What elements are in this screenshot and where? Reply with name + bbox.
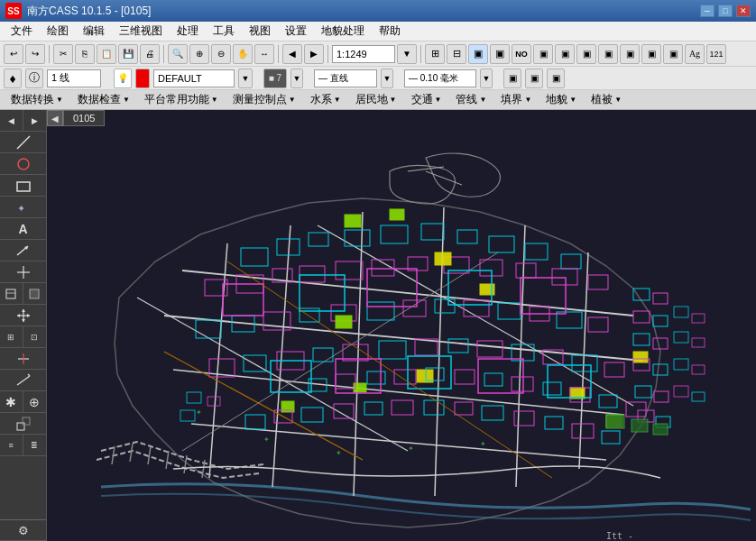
menu-process[interactable]: 处理: [170, 22, 206, 41]
cmd-survey-ctrl[interactable]: 测量控制点 ▼: [226, 90, 303, 109]
arrow-icon: [15, 243, 32, 259]
prev-view-button[interactable]: ◀: [282, 44, 302, 64]
extra-icon2[interactable]: ▣: [525, 69, 543, 88]
scale-dropdown-btn[interactable]: ▼: [397, 44, 417, 64]
tb-icon7[interactable]: ▣: [663, 44, 683, 64]
save-button[interactable]: 💾: [118, 44, 138, 64]
lt-layer-btn[interactable]: ≡: [0, 435, 23, 456]
tb-icon5[interactable]: ▣: [620, 44, 640, 64]
cmd-common-func[interactable]: 平台常用功能 ▼: [137, 90, 226, 109]
menu-3dview[interactable]: 三维视图: [112, 22, 170, 41]
snap-button[interactable]: ⊟: [447, 44, 466, 64]
copy-button[interactable]: ⎘: [75, 44, 95, 64]
color-swatch-arrow[interactable]: ▼: [290, 69, 303, 88]
svg-rect-82: [336, 316, 352, 328]
zoom-in-button[interactable]: ⊕: [189, 44, 209, 64]
lt-settings-btn[interactable]: ⚙: [0, 519, 46, 541]
lt-cross-tool[interactable]: [0, 261, 46, 283]
zoom-out-button[interactable]: ⊖: [211, 44, 231, 64]
menu-draw[interactable]: 绘图: [40, 22, 76, 41]
color-btn[interactable]: 💡: [114, 69, 132, 88]
lineweight-dropdown[interactable]: — 0.10 毫米: [404, 69, 476, 87]
print-button[interactable]: 🖨: [140, 44, 160, 64]
tb-icon8[interactable]: Ag: [685, 44, 705, 64]
tb-icon6[interactable]: ▣: [641, 44, 661, 64]
cmd-residential[interactable]: 居民地 ▼: [348, 90, 404, 109]
menu-file[interactable]: 文件: [4, 22, 40, 41]
tb-icon9[interactable]: 121: [706, 44, 726, 64]
svg-rect-79: [390, 209, 404, 220]
grid-button[interactable]: ⊞: [425, 44, 445, 64]
cmd-vegetation[interactable]: 植被 ▼: [584, 90, 629, 109]
linetype-arrow[interactable]: ▼: [381, 69, 393, 88]
layer-name-dropdown[interactable]: 1 线: [47, 69, 101, 87]
lt-text-tool[interactable]: A: [0, 218, 46, 240]
layer-icon[interactable]: ♦: [4, 69, 22, 88]
menu-help[interactable]: 帮助: [372, 22, 408, 41]
lt-line-tool[interactable]: [0, 132, 46, 153]
maximize-button[interactable]: □: [718, 5, 733, 17]
zoom-extents-button[interactable]: 🔍: [168, 44, 188, 64]
lt-snap-btn[interactable]: ⊕: [23, 391, 47, 413]
extra-icon3[interactable]: ▣: [547, 69, 565, 88]
no-button[interactable]: NO: [512, 44, 531, 64]
cmd-pipeline[interactable]: 管线 ▼: [448, 90, 493, 109]
color-arrow-btn[interactable]: ▼: [238, 69, 253, 88]
linetype-dropdown[interactable]: — 直线: [314, 69, 377, 87]
lt-hatch-btn[interactable]: [0, 283, 23, 305]
lt-copy-btn[interactable]: ⊞: [0, 326, 23, 348]
svg-rect-170: [632, 419, 648, 432]
paste-button[interactable]: 📋: [97, 44, 116, 64]
ortho-button[interactable]: ▣: [468, 44, 488, 64]
lt-scale-tool[interactable]: [0, 413, 46, 435]
layer-dropdown[interactable]: DEFAULT: [153, 69, 235, 87]
info-icon[interactable]: ⓘ: [25, 69, 43, 88]
color-block-btn[interactable]: ■: [135, 69, 150, 88]
undo-button[interactable]: ↩: [4, 44, 23, 64]
lt-block-btn[interactable]: [23, 283, 47, 305]
menu-settings[interactable]: 设置: [278, 22, 314, 41]
cmd-data-check[interactable]: 数据检查 ▼: [70, 90, 137, 109]
tb-icon1[interactable]: ▣: [533, 44, 553, 64]
lt-poly-tool[interactable]: ✦: [0, 197, 46, 218]
color-swatch-btn[interactable]: ■ 7: [263, 69, 287, 88]
lt-attrib-btn[interactable]: ≣: [23, 435, 47, 456]
tb-icon4[interactable]: ▣: [598, 44, 618, 64]
lt-extend-tool[interactable]: [0, 370, 46, 391]
cmd-boundary[interactable]: 填界 ▼: [493, 90, 539, 109]
scale-dropdown[interactable]: 1:1249: [332, 45, 395, 63]
cut-button[interactable]: ✂: [53, 44, 73, 64]
lt-trim-tool[interactable]: [0, 348, 46, 370]
lt-move-tool[interactable]: [0, 305, 46, 326]
polar-button[interactable]: ▣: [490, 44, 510, 64]
lt-asterisk-btn[interactable]: ✱: [0, 391, 23, 413]
lt-nav-left[interactable]: ◀: [0, 110, 23, 132]
svg-rect-22: [23, 417, 30, 425]
tb-icon3[interactable]: ▣: [576, 44, 596, 64]
lineweight-arrow[interactable]: ▼: [480, 69, 493, 88]
tb-icon2[interactable]: ▣: [555, 44, 575, 64]
cmd-terrain[interactable]: 地貌 ▼: [539, 90, 584, 109]
extra-icon1[interactable]: ▣: [503, 69, 521, 88]
close-button[interactable]: ✕: [736, 5, 751, 17]
lt-rect-tool[interactable]: [0, 175, 46, 197]
lt-mirror-btn[interactable]: ⊡: [23, 326, 47, 348]
redo-button[interactable]: ↪: [25, 44, 45, 64]
canvas-area[interactable]: ◀ 0105: [47, 110, 756, 541]
menu-edit[interactable]: 编辑: [76, 22, 112, 41]
tab-prev-button[interactable]: ◀: [47, 110, 63, 126]
zoom-window-button[interactable]: ↔: [254, 44, 274, 64]
lt-arrow-tool[interactable]: [0, 240, 46, 261]
next-view-button[interactable]: ▶: [304, 44, 324, 64]
cmd-traffic[interactable]: 交通 ▼: [404, 90, 449, 109]
menu-tools[interactable]: 工具: [206, 22, 242, 41]
canvas-tab-label[interactable]: 0105: [63, 110, 105, 126]
cmd-water[interactable]: 水系 ▼: [303, 90, 348, 109]
menu-view[interactable]: 视图: [242, 22, 278, 41]
pan-button[interactable]: ✋: [233, 44, 253, 64]
menu-terrain[interactable]: 地貌处理: [314, 22, 372, 41]
lt-nav-right[interactable]: ▶: [23, 110, 47, 132]
cmd-data-convert[interactable]: 数据转换 ▼: [4, 90, 70, 109]
lt-circle-tool[interactable]: [0, 153, 46, 175]
minimize-button[interactable]: ─: [700, 5, 715, 17]
